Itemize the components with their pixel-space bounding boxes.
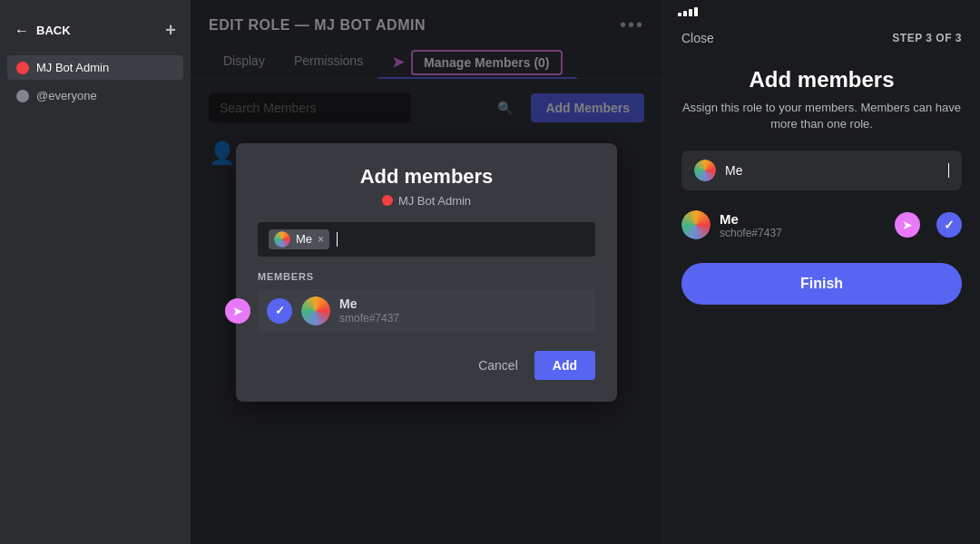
add-role-button[interactable]: + [165,20,176,41]
member-list-item[interactable]: ➤ ✓ Me smofe#7437 [258,289,595,333]
back-arrow-icon: ← [15,23,29,39]
arrow-indicator: ➤ [225,298,250,324]
main-content: EDIT ROLE — MJ BOT ADMIN ••• Display Per… [191,0,662,544]
role-dot-red [16,62,29,74]
role-name-mj-bot-admin: MJ Bot Admin [36,61,109,74]
add-button[interactable]: Add [534,351,595,380]
members-section-label: MEMBERS [258,271,595,282]
tag-remove-button[interactable]: × [318,233,324,246]
step-indicator: STEP 3 OF 3 [892,32,962,44]
add-members-modal: Add members MJ Bot Admin Me × MEMBERS ➤ [236,143,617,402]
modal-overlay: Add members MJ Bot Admin Me × MEMBERS ➤ [191,0,662,544]
modal-actions: Cancel Add [258,351,595,380]
phone-member-avatar [681,210,710,239]
modal-role-dot [382,195,393,206]
phone-cursor [948,163,949,178]
member-avatar-gradient [301,296,330,325]
phone-member-avatar-gradient [681,210,710,239]
cancel-button[interactable]: Cancel [471,351,525,380]
checkmark-icon: ✓ [275,304,285,317]
signal-bar-4 [694,7,698,16]
tag-avatar-gradient [274,231,290,248]
phone-search-value: Me [725,163,939,178]
tag-avatar [274,231,290,248]
modal-subtitle: MJ Bot Admin [258,194,595,208]
role-dot-gray [16,90,29,102]
member-name: Me [339,296,399,311]
phone-search-box[interactable]: Me [681,151,962,190]
left-panel: ← BACK + MJ Bot Admin @everyone [0,0,191,544]
member-check-circle: ✓ [267,298,292,324]
member-info: Me smofe#7437 [339,296,399,325]
finish-button[interactable]: Finish [681,263,962,305]
signal-bars [678,7,698,16]
selected-member-tag: Me × [269,229,329,249]
signal-bar-3 [689,9,692,16]
modal-role-name: MJ Bot Admin [398,194,471,208]
signal-bar-2 [683,11,687,16]
phone-description: Assign this role to your members. Member… [681,100,962,132]
phone-search-avatar [694,160,716,181]
phone-search-avatar-gradient [694,160,716,181]
back-button[interactable]: ← BACK + [7,15,183,46]
role-item-mj-bot-admin[interactable]: MJ Bot Admin [7,55,183,80]
role-name-everyone: @everyone [36,89,97,102]
tag-name: Me [296,232,312,246]
phone-member-row[interactable]: Me schofe#7437 ➤ ✓ [681,201,962,248]
phone-check-circle[interactable]: ✓ [936,212,962,238]
phone-title: Add members [681,67,962,92]
right-panel: Close STEP 3 OF 3 Add members Assign thi… [662,0,980,544]
modal-title: Add members [258,165,595,189]
phone-arrow-indicator: ➤ [895,212,920,238]
close-button[interactable]: Close [681,31,714,45]
role-item-everyone[interactable]: @everyone [7,83,183,108]
phone-status-bar [663,0,980,24]
phone-checkmark-icon: ✓ [944,218,955,232]
back-label: BACK [36,24,71,37]
phone-header: Close STEP 3 OF 3 [663,24,980,53]
member-avatar [301,296,330,325]
text-cursor [337,232,338,247]
modal-input-area[interactable]: Me × [258,222,595,257]
member-discriminator: smofe#7437 [339,312,399,325]
phone-content: Add members Assign this role to your mem… [663,53,980,319]
signal-bar-1 [678,13,681,16]
